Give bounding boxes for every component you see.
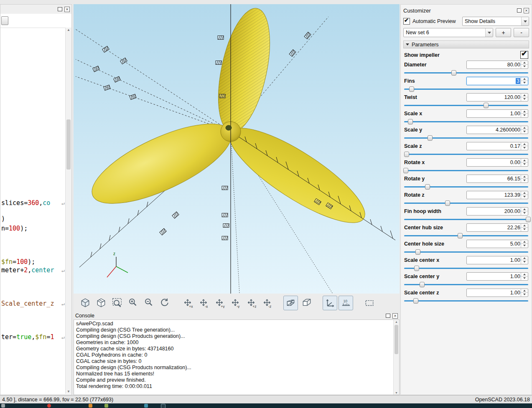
scroll-up-icon[interactable] xyxy=(394,320,399,323)
center-view-button[interactable] xyxy=(94,296,108,310)
zoom-out-button[interactable] xyxy=(141,296,156,310)
view-plus-z-button[interactable]: +z xyxy=(244,296,259,310)
view-minus-z-button[interactable]: -z xyxy=(260,296,275,310)
spin-up-button[interactable] xyxy=(521,256,528,260)
spin-up-button[interactable] xyxy=(521,159,528,162)
spin-up-button[interactable] xyxy=(521,94,528,97)
param-slider[interactable] xyxy=(404,281,528,288)
editor-panel[interactable]: slices=360,co ) n=100); $fn=100); meter+… xyxy=(0,4,72,395)
slider-handle[interactable] xyxy=(415,249,420,255)
undock-icon[interactable] xyxy=(517,8,522,13)
param-slider[interactable] xyxy=(404,248,528,255)
add-preset-button[interactable]: + xyxy=(496,28,511,37)
preset-dropdown[interactable]: New set 6 xyxy=(403,28,493,37)
3d-viewport[interactable]: z xyxy=(74,4,400,294)
param-spinbox[interactable]: 66.15 xyxy=(466,175,528,183)
reset-view-button[interactable] xyxy=(157,296,172,310)
editor-scrollbar[interactable] xyxy=(65,28,71,394)
dropdown-arrow-button[interactable] xyxy=(485,28,493,37)
spin-down-button[interactable] xyxy=(521,113,528,117)
slider-handle[interactable] xyxy=(404,152,409,157)
slider-handle[interactable] xyxy=(445,200,450,206)
param-slider[interactable] xyxy=(404,265,528,271)
remove-preset-button[interactable]: - xyxy=(514,28,529,37)
param-spinbox[interactable]: 0.17 xyxy=(466,142,528,150)
param-slider[interactable] xyxy=(404,118,528,125)
spin-down-button[interactable] xyxy=(521,195,528,199)
taskbar-item[interactable] xyxy=(144,404,148,408)
param-spinbox[interactable]: 200.00 xyxy=(466,207,528,215)
param-slider[interactable] xyxy=(404,86,528,92)
spin-down-button[interactable] xyxy=(521,97,528,101)
slider-handle[interactable] xyxy=(484,103,489,108)
zoom-in-button[interactable] xyxy=(125,296,140,310)
slider-handle[interactable] xyxy=(425,184,430,190)
view-minus-x-button[interactable]: -x xyxy=(196,296,211,310)
param-spinbox[interactable]: 1.00 xyxy=(466,289,528,297)
spin-down-button[interactable] xyxy=(521,292,528,296)
undock-icon[interactable] xyxy=(58,7,62,11)
param-slider[interactable] xyxy=(404,102,528,109)
scroll-up-icon[interactable] xyxy=(66,28,71,32)
automatic-preview-checkbox[interactable] xyxy=(403,18,410,25)
slider-handle[interactable] xyxy=(428,135,433,141)
spin-up-button[interactable] xyxy=(521,110,528,114)
taskbar-item[interactable] xyxy=(89,404,92,408)
spin-down-button[interactable] xyxy=(521,211,528,215)
spin-up-button[interactable] xyxy=(521,126,528,130)
console-output[interactable]: sAwePCrp.scad Compiling design (CSG Tree… xyxy=(74,319,400,395)
view-minus-y-button[interactable]: -y xyxy=(228,296,243,310)
show-impeller-checkbox[interactable] xyxy=(520,51,528,59)
scroll-down-icon[interactable] xyxy=(394,391,399,394)
param-slider[interactable] xyxy=(404,167,528,174)
spin-down-button[interactable] xyxy=(521,276,528,280)
param-spinbox[interactable]: 22.26 xyxy=(466,223,528,232)
close-icon[interactable] xyxy=(392,313,398,319)
spin-up-button[interactable] xyxy=(521,142,528,146)
taskbar[interactable] xyxy=(0,403,532,408)
param-spinbox-focused[interactable]: 3 xyxy=(466,77,528,85)
spin-down-button[interactable] xyxy=(521,64,528,68)
spin-down-button[interactable] xyxy=(521,178,528,182)
perspective-button[interactable] xyxy=(283,296,298,310)
slider-handle[interactable] xyxy=(451,70,456,76)
taskbar-item[interactable] xyxy=(47,404,51,408)
slider-handle[interactable] xyxy=(526,217,531,222)
param-spinbox[interactable]: 80.00 xyxy=(466,61,528,69)
spin-down-button[interactable] xyxy=(521,227,528,231)
slider-handle[interactable] xyxy=(403,168,408,173)
spin-up-button[interactable] xyxy=(521,208,528,211)
param-slider[interactable] xyxy=(404,134,528,141)
spin-down-button[interactable] xyxy=(521,260,528,264)
measure-button[interactable] xyxy=(362,296,377,310)
scrollbar-thumb[interactable] xyxy=(66,119,71,170)
slider-handle[interactable] xyxy=(408,119,413,124)
spin-up-button[interactable] xyxy=(521,61,528,65)
taskbar-item[interactable] xyxy=(1,404,5,408)
view-plus-y-button[interactable]: +y xyxy=(212,296,227,310)
orthogonal-button[interactable] xyxy=(299,296,314,310)
param-spinbox[interactable]: 4.2600000 xyxy=(466,126,528,134)
dropdown-arrow-button[interactable] xyxy=(521,17,529,25)
close-icon[interactable] xyxy=(524,8,529,13)
spin-up-button[interactable] xyxy=(521,273,528,276)
spin-up-button[interactable] xyxy=(521,224,528,228)
param-spinbox[interactable]: 1.00 xyxy=(466,109,528,118)
show-axes-button[interactable] xyxy=(323,296,337,310)
console-scrollbar[interactable] xyxy=(393,320,399,395)
details-dropdown[interactable]: Show Details xyxy=(462,17,529,26)
spin-down-button[interactable] xyxy=(521,146,528,150)
spin-down-button[interactable] xyxy=(521,243,528,248)
spin-up-button[interactable] xyxy=(521,175,528,179)
slider-handle[interactable] xyxy=(458,233,463,238)
scrollbar-thumb[interactable] xyxy=(395,325,398,354)
spin-down-button[interactable] xyxy=(521,162,528,166)
param-spinbox[interactable]: 1.00 xyxy=(466,256,528,264)
spin-down-button[interactable] xyxy=(521,129,528,134)
slider-handle[interactable] xyxy=(413,298,418,304)
param-slider[interactable] xyxy=(404,69,528,76)
spin-up-button[interactable] xyxy=(521,77,528,81)
param-slider[interactable] xyxy=(404,183,528,190)
param-spinbox[interactable]: 123.39 xyxy=(466,191,528,199)
code-area[interactable]: slices=360,co ) n=100); $fn=100); meter+… xyxy=(0,28,66,394)
